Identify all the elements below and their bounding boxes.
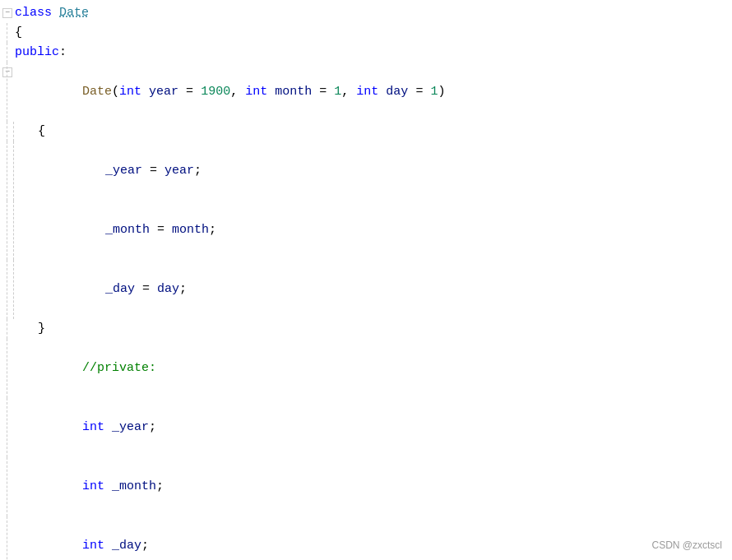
fold-gutter-class[interactable]: − [0, 3, 15, 23]
month-assign-line: _month = month; [0, 201, 732, 260]
gutter-7 [0, 319, 15, 339]
member-day-line: int _day; [0, 516, 732, 560]
gutter-4 [0, 141, 15, 201]
ctor-close-brace-line: } [0, 319, 732, 339]
watermark: CSDN @zxctscl [651, 538, 722, 553]
vline-class-12 [7, 516, 7, 560]
gutter-1 [0, 23, 15, 43]
fold-button-class[interactable]: − [2, 8, 12, 18]
fold-gutter-ctor[interactable]: − [0, 62, 15, 122]
vline-class-11 [7, 457, 7, 516]
year-assign: _year = year; [15, 141, 732, 201]
gutter-3 [0, 122, 15, 141]
constructor-line: − Date(int year = 1900, int month = 1, i… [0, 62, 732, 122]
member-year: int _year; [15, 398, 732, 457]
fold-button-ctor[interactable]: − [2, 67, 12, 77]
year-assign-line: _year = year; [0, 141, 732, 201]
vline-ctor-3 [13, 201, 14, 260]
vline-class-10 [7, 398, 7, 457]
gutter-2 [0, 43, 15, 62]
gutter-10 [0, 457, 15, 516]
day-assign: _day = day; [15, 260, 732, 319]
code-area: − class Date { public: − Date(int year =… [0, 0, 732, 560]
vline-class-7 [7, 260, 7, 319]
day-assign-line: _day = day; [0, 260, 732, 319]
gutter-5 [0, 201, 15, 260]
ctor-close-brace: } [15, 319, 732, 339]
vline-ctor-2 [13, 141, 14, 201]
public-keyword: public: [15, 43, 732, 62]
vline-ctor [13, 122, 14, 141]
vline-class-4 [7, 122, 7, 141]
class-line: − class Date [0, 3, 732, 23]
public-line: public: [0, 43, 732, 62]
month-assign: _month = month; [15, 201, 732, 260]
vline-class-5 [7, 141, 7, 201]
gutter-9 [0, 398, 15, 457]
vline-class-6 [7, 201, 7, 260]
member-day: int _day; [15, 516, 732, 560]
member-month-line: int _month; [0, 457, 732, 516]
comment-private: //private: [15, 339, 732, 398]
class-open-brace: { [15, 23, 732, 43]
gutter-8 [0, 339, 15, 398]
ctor-open-brace: { [15, 122, 732, 141]
constructor-declaration: Date(int year = 1900, int month = 1, int… [15, 62, 732, 122]
vline-class [7, 23, 7, 43]
ctor-open-brace-line: { [0, 122, 732, 141]
member-month: int _month; [15, 457, 732, 516]
vline-ctor-4 [13, 260, 14, 319]
vline-class-3 [7, 62, 7, 122]
class-declaration: class Date [15, 3, 732, 23]
gutter-6 [0, 260, 15, 319]
gutter-11 [0, 516, 15, 560]
member-year-line: int _year; [0, 398, 732, 457]
class-open-brace-line: { [0, 23, 732, 43]
vline-class-2 [7, 43, 7, 62]
vline-class-8 [7, 319, 7, 339]
comment-line: //private: [0, 339, 732, 398]
vline-class-9 [7, 339, 7, 398]
